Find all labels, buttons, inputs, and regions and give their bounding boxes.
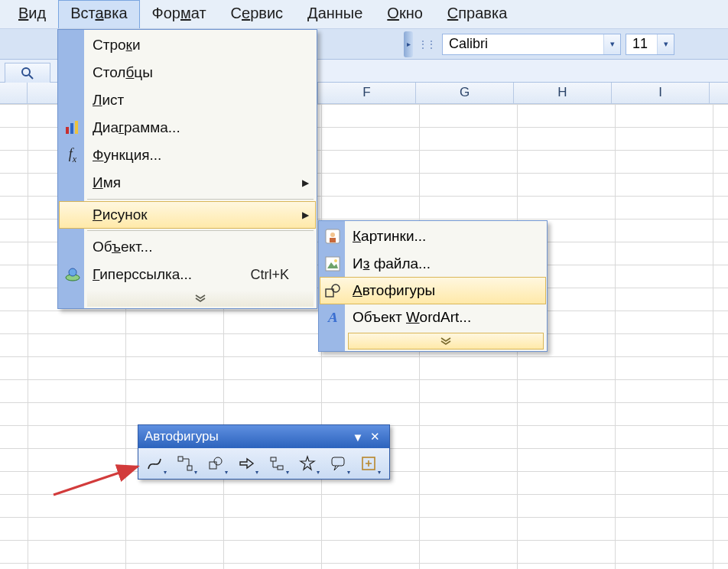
toolbar-body: ▾ ▾ ▾ ▾ ▾ ▾ ▾ ▾	[138, 448, 389, 479]
svg-point-12	[334, 259, 337, 262]
menu-item-sheet[interactable]: Лист	[60, 86, 315, 114]
menu-item-function[interactable]: fx Функция...	[60, 141, 315, 169]
svg-line-23	[54, 467, 138, 495]
submenu-arrow-icon: ▶	[302, 210, 309, 220]
basic-shapes-icon	[207, 455, 224, 472]
column-header[interactable]: F	[318, 83, 416, 103]
chevron-double-down-icon	[440, 337, 451, 345]
callout-icon	[330, 455, 346, 472]
svg-rect-19	[271, 457, 276, 461]
toolbar-fragment[interactable]	[5, 63, 50, 84]
hyperlink-icon	[60, 262, 85, 287]
menu-data[interactable]: Данные	[295, 0, 375, 28]
autoshapes-toolbar[interactable]: Автофигуры ▼ ✕ ▾ ▾ ▾ ▾ ▾ ▾ ▾ ▾	[138, 424, 390, 480]
svg-rect-20	[278, 466, 283, 470]
submenu-item-autoshapes[interactable]: Автофигуры	[320, 277, 546, 304]
clipart-icon	[320, 224, 345, 249]
svg-point-18	[214, 457, 222, 465]
toolbar-titlebar[interactable]: Автофигуры ▼ ✕	[138, 425, 389, 448]
svg-rect-17	[210, 462, 216, 469]
more-shapes-icon	[360, 455, 377, 472]
insert-menu-dropdown: Строки Столбцы Лист Диаграмма... fx Функ…	[57, 29, 317, 309]
wordart-icon: A	[320, 305, 345, 330]
svg-line-1	[29, 75, 33, 79]
chevron-double-down-icon	[195, 294, 206, 302]
svg-rect-9	[330, 238, 336, 242]
flowchart-icon	[268, 455, 285, 472]
submenu-item-fromfile[interactable]: Из файла...	[320, 250, 545, 278]
submenu-arrow-icon: ▶	[302, 177, 309, 188]
menu-shortcut: Ctrl+K	[250, 267, 289, 283]
font-size-dropdown-icon[interactable]: ▾	[657, 34, 674, 54]
svg-rect-4	[75, 121, 78, 134]
shape-callouts-button[interactable]: ▾	[327, 452, 349, 475]
menu-view[interactable]: Вид	[6, 0, 58, 28]
menu-bar: Вид Вставка Формат Сервис Данные Окно Сп…	[0, 0, 728, 29]
menu-item-hyperlink[interactable]: Гиперссылка... Ctrl+K	[60, 261, 315, 288]
font-name-value: Calibri	[443, 36, 603, 52]
menu-separator	[87, 199, 314, 200]
function-icon: fx	[60, 143, 85, 167]
svg-point-0	[22, 68, 30, 76]
menu-item-rows[interactable]: Строки	[60, 31, 315, 59]
star-icon	[299, 455, 316, 472]
annotation-arrow-icon	[50, 463, 149, 501]
toolbar-close-icon[interactable]: ✕	[366, 430, 383, 444]
shape-flowchart-button[interactable]: ▾	[265, 452, 288, 475]
menu-help[interactable]: Справка	[435, 0, 519, 28]
shape-basic-button[interactable]: ▾	[204, 452, 227, 475]
svg-point-6	[69, 268, 76, 276]
toolbar-options-icon[interactable]: ▼	[349, 431, 366, 444]
font-name-dropdown-icon[interactable]: ▾	[603, 34, 620, 54]
toolbar-title: Автофигуры	[145, 429, 219, 444]
menu-format[interactable]: Формат	[140, 0, 219, 28]
menu-item-chart[interactable]: Диаграмма...	[60, 114, 315, 141]
svg-rect-15	[178, 457, 183, 461]
block-arrow-icon	[238, 455, 255, 472]
font-name-selector[interactable]: Calibri ▾	[442, 34, 621, 55]
menu-window[interactable]: Окно	[375, 0, 434, 28]
menu-item-picture[interactable]: Рисунок ▶	[59, 201, 316, 229]
menu-tools[interactable]: Сервис	[219, 0, 296, 28]
shape-block-arrows-button[interactable]: ▾	[235, 452, 258, 475]
svg-point-14	[332, 284, 340, 292]
svg-rect-3	[70, 123, 73, 134]
svg-point-8	[330, 232, 335, 237]
svg-rect-2	[66, 127, 69, 134]
font-size-selector[interactable]: 11 ▾	[626, 34, 674, 55]
menu-item-name[interactable]: Имя ▶	[60, 169, 315, 197]
shape-stars-button[interactable]: ▾	[296, 452, 319, 475]
svg-rect-10	[326, 257, 340, 271]
picture-submenu: Картинки... Из файла... Автофигуры A Объ…	[318, 220, 548, 352]
svg-rect-16	[187, 466, 192, 470]
submenu-expand-button[interactable]	[348, 333, 544, 350]
connectors-icon	[177, 455, 193, 472]
column-header[interactable]: I	[612, 83, 710, 103]
menu-item-object[interactable]: Объект...	[60, 233, 315, 261]
toolbar-overflow[interactable]: ▸	[404, 31, 413, 57]
toolbar-grip-icon: ⋮⋮	[418, 38, 434, 50]
column-header[interactable]: G	[416, 83, 514, 103]
column-header[interactable]: H	[514, 83, 612, 103]
autoshapes-icon	[320, 278, 345, 303]
find-icon	[20, 66, 35, 81]
menu-separator	[87, 230, 314, 231]
menu-expand-button[interactable]	[87, 290, 314, 307]
shape-connectors-button[interactable]: ▾	[174, 452, 197, 475]
menu-item-columns[interactable]: Столбцы	[60, 59, 315, 86]
submenu-item-clipart[interactable]: Картинки...	[320, 223, 545, 250]
svg-rect-21	[332, 457, 344, 466]
image-file-icon	[320, 252, 345, 276]
menu-insert[interactable]: Вставка	[58, 0, 139, 28]
chart-icon	[60, 115, 85, 140]
font-size-value: 11	[626, 36, 657, 52]
submenu-item-wordart[interactable]: A Объект WordArt...	[320, 304, 545, 331]
shape-more-button[interactable]: ▾	[357, 452, 380, 475]
